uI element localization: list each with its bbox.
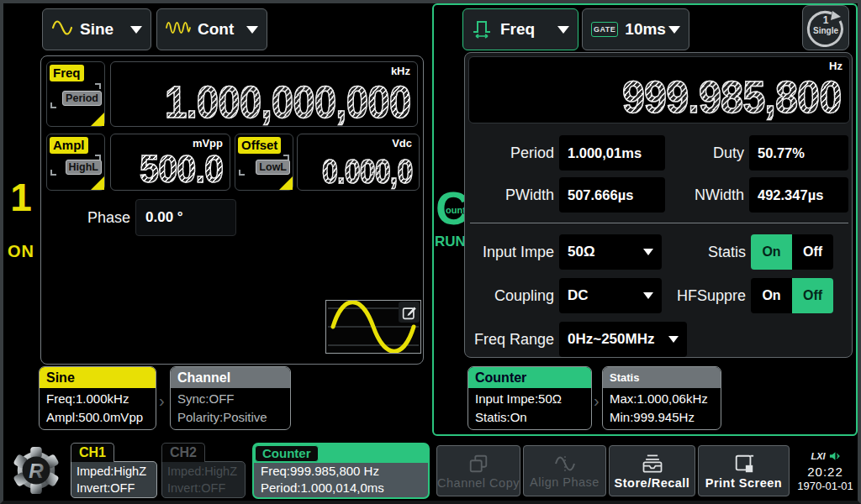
counter-bottom-freq: Freq:999.985,800 Hz — [261, 463, 421, 480]
clock-date: 1970-01-01 — [797, 480, 853, 492]
touch-corner-icon — [91, 113, 104, 126]
input-impe-dropdown[interactable]: 50Ω — [559, 234, 662, 270]
corner-bracket-icon — [95, 83, 101, 89]
counter-run-state: RUN — [435, 234, 463, 250]
gate-time-dropdown[interactable]: GATE 10ms — [582, 8, 689, 50]
chevron-down-icon — [246, 26, 258, 34]
single-trigger-button[interactable]: 1 Single — [802, 5, 849, 50]
single-loop-icon: 1 Single — [806, 8, 845, 47]
store-recall-button[interactable]: Store/Recall — [609, 445, 695, 496]
counter-panel: C ounter RUN Freq GATE 10ms — [432, 3, 858, 436]
offset-unit: Vdc — [392, 137, 412, 150]
counter-bottom-period: Period:1.000,014,0ms — [261, 480, 421, 496]
counter-mode-label: Freq — [500, 20, 557, 39]
sine-card-ampl: Ampl:500.0mVpp — [46, 408, 149, 427]
align-phase-label: Align Phase — [530, 475, 600, 489]
hfsuppre-on-button[interactable]: On — [751, 278, 792, 313]
coupling-dropdown[interactable]: DC — [559, 278, 662, 313]
counter-strip[interactable]: C ounter RUN — [434, 5, 464, 434]
duty-value: 50.77% — [749, 135, 848, 171]
statis-info-card[interactable]: Statis Max:1.000,06kHz Min:999.945Hz — [602, 366, 721, 430]
period-label: Period — [472, 135, 554, 171]
continuous-wave-icon — [166, 19, 191, 39]
coupling-value: DC — [568, 287, 589, 304]
counter-mode-dropdown[interactable]: Freq — [462, 8, 578, 50]
counter-info-card[interactable]: Counter Input Impe:50Ω Statis:On — [467, 366, 592, 430]
highl-alt-label: HighL — [66, 160, 102, 175]
offset-value: 0.000,0 — [322, 155, 412, 188]
single-label: Single — [813, 26, 838, 35]
chevron-down-icon — [643, 249, 653, 255]
counter-card-title: Counter — [468, 367, 591, 388]
input-impe-label: Input Impe — [467, 234, 554, 270]
channel-copy-label: Channel Copy — [437, 476, 520, 490]
period-value: 1.000,01ms — [559, 135, 665, 171]
freq-param-label: Freq — [50, 65, 84, 81]
chevron-right-icon: › — [159, 391, 165, 411]
print-screen-button[interactable]: Print Screen — [698, 445, 790, 496]
counter-bottom-card[interactable]: Counter Freq:999.985,800 Hz Period:1.000… — [252, 443, 430, 499]
copy-icon — [467, 453, 489, 475]
counter-main-value: 999.985,800 — [622, 74, 841, 119]
ch1-bottom-card[interactable]: CH1 Imped:HighZ Invert:OFF — [71, 443, 157, 498]
nwidth-value: 492.347µs — [749, 177, 848, 213]
nwidth-label: NWidth — [670, 177, 744, 213]
ch2-bottom-card[interactable]: CH2 Imped:HighZ Invert:OFF — [161, 443, 246, 498]
channel-info-card[interactable]: Channel Sync:OFF Polarity:Positive — [170, 366, 291, 430]
ampl-param-button[interactable]: Ampl HighL — [46, 134, 105, 191]
home-logo-button[interactable]: R — [10, 443, 62, 498]
counter-main-display[interactable]: Hz 999.985,800 — [468, 56, 850, 123]
channel-card-title: Channel — [171, 367, 290, 388]
phase-label: Phase — [50, 199, 130, 236]
corner-bracket-icon — [50, 170, 56, 176]
pulse-freq-icon — [472, 17, 494, 42]
freq-range-label: Freq Range — [467, 322, 554, 357]
sine-info-card[interactable]: Sine Freq:1.000kHz Ampl:500.0mVpp — [39, 366, 156, 430]
counter-main-unit: Hz — [829, 60, 843, 72]
period-alt-label: Period — [62, 91, 102, 106]
chevron-down-icon — [668, 26, 680, 34]
waveform-dropdown[interactable]: Sine — [42, 8, 151, 50]
chevron-down-icon — [557, 26, 569, 34]
run-mode-dropdown[interactable]: Cont — [156, 8, 267, 50]
freq-range-value: 0Hz~250MHz — [568, 331, 654, 348]
chevron-down-icon — [130, 26, 142, 34]
touch-corner-icon — [91, 176, 104, 190]
single-count: 1 — [823, 14, 829, 26]
statis-off-button[interactable]: Off — [792, 234, 833, 270]
duty-label: Duty — [670, 135, 744, 171]
channel-card-sync: Sync:OFF — [177, 390, 283, 408]
freq-value-display[interactable]: kHz 1.000,000,000 — [110, 61, 418, 127]
chevron-down-icon — [668, 336, 679, 343]
statis-toggle: On Off — [751, 234, 833, 270]
sine-card-freq: Freq:1.000kHz — [46, 390, 149, 408]
pencil-edit-icon — [402, 305, 417, 320]
channel1-panel: 1 ON Sine Cont Freq Period — [5, 5, 429, 435]
align-phase-button[interactable]: Align Phase — [523, 445, 606, 496]
ch1-invert: Invert:OFF — [77, 480, 151, 496]
section-divider — [470, 223, 848, 223]
hfsuppre-label: HFSuppre — [662, 278, 746, 313]
system-status-box[interactable]: LXI 20:22 1970-01-01 — [792, 443, 858, 499]
channel-card-polarity: Polarity:Positive — [177, 408, 283, 427]
freq-value: 1.000,000,000 — [165, 79, 410, 124]
freq-param-button[interactable]: Freq Period — [46, 61, 105, 127]
sine-wave-icon — [51, 19, 73, 39]
edit-waveform-button[interactable] — [399, 302, 420, 323]
gate-badge: GATE — [591, 22, 618, 37]
offset-value-display[interactable]: Vdc 0.000,0 — [297, 134, 420, 191]
counter-card-statis: Statis:On — [475, 408, 584, 427]
sound-icon — [829, 451, 840, 461]
hfsuppre-off-button[interactable]: Off — [792, 278, 833, 313]
ampl-value-display[interactable]: mVpp 500.0 — [110, 134, 230, 191]
waveform-preview[interactable] — [325, 300, 421, 354]
sine-card-title: Sine — [40, 367, 156, 388]
offset-param-button[interactable]: Offset LowL — [235, 134, 293, 191]
pwidth-label: PWidth — [472, 177, 554, 213]
hfsuppre-toggle: On Off — [751, 278, 833, 313]
freq-range-dropdown[interactable]: 0Hz~250MHz — [559, 322, 687, 357]
statis-on-button[interactable]: On — [751, 234, 792, 270]
ch2-tab-label: CH2 — [161, 443, 205, 462]
channel-copy-button[interactable]: Channel Copy — [436, 445, 520, 496]
phase-value-field[interactable]: 0.00 ° — [135, 199, 236, 236]
